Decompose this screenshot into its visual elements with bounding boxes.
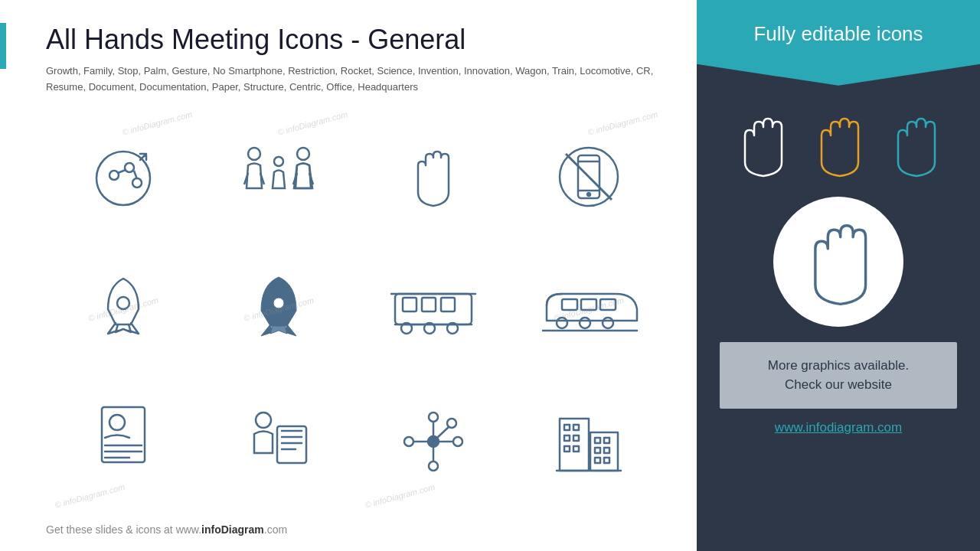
icon-rocket-filled: © infoDiagram.com <box>201 243 357 376</box>
hand-circle <box>773 197 903 327</box>
watermark: © infoDiagram.com <box>121 109 193 137</box>
svg-rect-58 <box>564 425 570 430</box>
svg-rect-18 <box>403 298 416 311</box>
icon-family: © infoDiagram.com <box>201 111 357 243</box>
svg-rect-26 <box>562 299 577 310</box>
svg-line-4 <box>118 170 126 173</box>
left-panel: All Hands Meeting Icons - General Growth… <box>0 0 697 551</box>
hand-white-icon <box>731 109 792 181</box>
svg-point-1 <box>109 171 119 180</box>
svg-rect-62 <box>564 446 570 452</box>
icon-network: © infoDiagram.com <box>356 376 511 508</box>
hand-circle-icon <box>796 212 880 311</box>
svg-point-45 <box>429 412 438 422</box>
svg-rect-33 <box>102 407 145 462</box>
svg-rect-60 <box>564 435 570 441</box>
right-panel: Fully editable icons More graphics avail… <box>697 0 980 551</box>
more-graphics-text: More graphics available.Check our websit… <box>743 356 934 395</box>
watermark: © infoDiagram.com <box>54 482 126 510</box>
svg-point-2 <box>125 163 134 172</box>
icon-headquarters <box>511 376 667 508</box>
subtitle: Growth, Family, Stop, Palm, Gesture, No … <box>46 64 658 96</box>
accent-bar <box>0 23 6 69</box>
svg-line-54 <box>437 427 449 438</box>
svg-point-29 <box>557 318 567 328</box>
svg-point-8 <box>274 157 283 166</box>
svg-point-47 <box>429 461 438 471</box>
svg-rect-69 <box>604 458 609 463</box>
more-graphics-box: More graphics available.Check our websit… <box>720 342 957 409</box>
svg-rect-27 <box>581 299 596 310</box>
footer-tld: .com <box>264 523 287 536</box>
svg-rect-65 <box>604 438 609 443</box>
svg-rect-68 <box>595 458 600 463</box>
footer-brand: infoDiagram <box>201 523 264 536</box>
svg-rect-66 <box>595 448 600 453</box>
svg-rect-28 <box>600 299 616 310</box>
svg-point-7 <box>297 148 309 160</box>
hand-icons-row <box>716 109 961 181</box>
hand-teal-icon <box>884 109 946 181</box>
svg-point-44 <box>428 436 439 447</box>
footer-text-prefix: Get these slides & icons at www. <box>46 523 201 536</box>
icon-resume: © infoDiagram.com <box>46 376 201 508</box>
footer: Get these slides & icons at www.infoDiag… <box>46 516 666 536</box>
svg-rect-64 <box>595 438 600 443</box>
svg-rect-19 <box>422 298 436 311</box>
svg-point-48 <box>404 437 413 446</box>
svg-point-46 <box>453 437 462 446</box>
svg-rect-20 <box>441 298 455 311</box>
svg-point-15 <box>117 297 129 309</box>
svg-point-13 <box>587 193 590 196</box>
svg-point-34 <box>109 415 125 430</box>
svg-rect-61 <box>573 435 579 441</box>
page-title: All Hands Meeting Icons - General <box>46 23 666 56</box>
svg-point-38 <box>256 412 271 428</box>
svg-point-31 <box>603 318 613 328</box>
icon-person-document <box>201 376 357 508</box>
teal-header: Fully editable icons <box>697 0 980 86</box>
icon-rocket-outline: © infoDiagram.com <box>46 243 201 376</box>
svg-point-3 <box>132 178 142 187</box>
svg-point-16 <box>273 298 284 308</box>
hand-orange-icon <box>808 109 869 181</box>
icon-no-smartphone: © infoDiagram.com <box>511 111 667 243</box>
icon-train <box>356 243 511 376</box>
svg-point-0 <box>96 152 150 205</box>
svg-rect-67 <box>604 448 609 453</box>
icon-hand-stop <box>356 111 511 243</box>
icons-grid: © infoDiagram.com © infoDiagram.com <box>46 111 666 508</box>
svg-rect-63 <box>573 446 579 452</box>
svg-rect-59 <box>573 425 579 430</box>
svg-point-30 <box>580 318 590 328</box>
watermark: © infoDiagram.com <box>586 109 658 137</box>
header-title: Fully editable icons <box>712 21 965 47</box>
svg-point-49 <box>447 419 456 428</box>
website-link[interactable]: www.infodiagram.com <box>775 420 902 435</box>
watermark: © infoDiagram.com <box>364 482 436 510</box>
watermark: © infoDiagram.com <box>276 109 348 137</box>
icon-highspeed-train: © infoDiagram.com <box>511 243 667 376</box>
icon-growth: © infoDiagram.com <box>46 111 201 243</box>
svg-point-6 <box>248 148 260 160</box>
